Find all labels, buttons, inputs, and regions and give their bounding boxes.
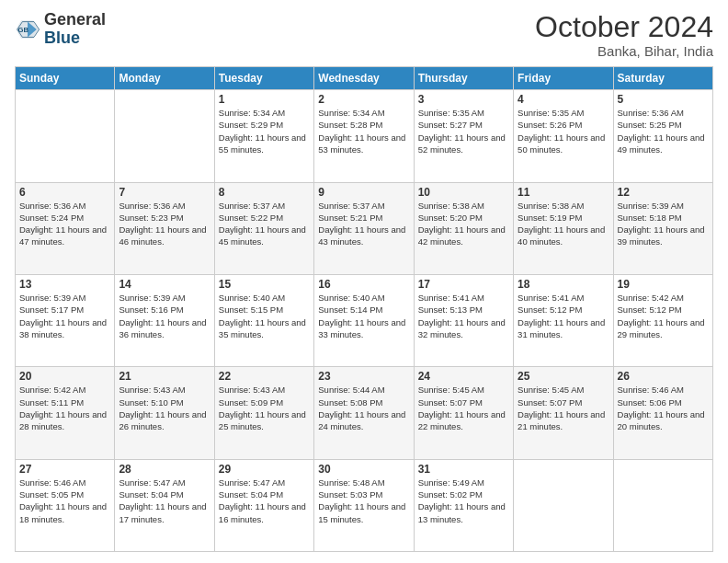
day-number: 1 [219, 93, 310, 106]
title-block: October 2024 Banka, Bihar, India [535, 11, 713, 59]
calendar-cell: 9Sunrise: 5:37 AMSunset: 5:21 PMDaylight… [314, 182, 414, 274]
calendar-cell: 29Sunrise: 5:47 AMSunset: 5:04 PMDayligh… [214, 459, 313, 551]
calendar-cell: 11Sunrise: 5:38 AMSunset: 5:19 PMDayligh… [514, 182, 613, 274]
day-number: 3 [418, 93, 509, 106]
calendar-cell: 19Sunrise: 5:42 AMSunset: 5:12 PMDayligh… [613, 274, 712, 366]
day-info: Sunrise: 5:39 AMSunset: 5:18 PMDaylight:… [618, 200, 709, 248]
day-info: Sunrise: 5:38 AMSunset: 5:19 PMDaylight:… [518, 200, 609, 248]
day-info: Sunrise: 5:44 AMSunset: 5:08 PMDaylight:… [318, 384, 409, 432]
weekday-header-row: Sunday Monday Tuesday Wednesday Thursday… [16, 67, 713, 90]
calendar-week-0: 1Sunrise: 5:34 AMSunset: 5:29 PMDaylight… [16, 90, 713, 182]
day-info: Sunrise: 5:43 AMSunset: 5:09 PMDaylight:… [219, 384, 310, 432]
day-info: Sunrise: 5:39 AMSunset: 5:17 PMDaylight:… [19, 292, 110, 340]
day-number: 15 [219, 278, 310, 291]
day-info: Sunrise: 5:38 AMSunset: 5:20 PMDaylight:… [418, 200, 509, 248]
logo: GB General Blue [15, 11, 106, 48]
day-info: Sunrise: 5:47 AMSunset: 5:04 PMDaylight:… [219, 477, 310, 525]
day-number: 17 [418, 278, 509, 291]
day-number: 11 [518, 186, 609, 199]
day-number: 10 [418, 186, 509, 199]
day-number: 4 [518, 93, 609, 106]
calendar-week-3: 20Sunrise: 5:42 AMSunset: 5:11 PMDayligh… [16, 367, 713, 459]
day-number: 16 [318, 278, 409, 291]
calendar-cell [514, 459, 613, 551]
day-number: 22 [219, 370, 310, 383]
header-friday: Friday [514, 67, 613, 90]
day-info: Sunrise: 5:35 AMSunset: 5:27 PMDaylight:… [418, 107, 509, 155]
calendar-cell: 12Sunrise: 5:39 AMSunset: 5:18 PMDayligh… [613, 182, 712, 274]
day-info: Sunrise: 5:45 AMSunset: 5:07 PMDaylight:… [418, 384, 509, 432]
day-info: Sunrise: 5:46 AMSunset: 5:06 PMDaylight:… [618, 384, 709, 432]
day-number: 28 [119, 463, 210, 476]
calendar-cell: 23Sunrise: 5:44 AMSunset: 5:08 PMDayligh… [314, 367, 414, 459]
day-number: 13 [19, 278, 110, 291]
calendar-cell: 28Sunrise: 5:47 AMSunset: 5:04 PMDayligh… [115, 459, 214, 551]
calendar-cell: 13Sunrise: 5:39 AMSunset: 5:17 PMDayligh… [16, 274, 115, 366]
day-info: Sunrise: 5:34 AMSunset: 5:29 PMDaylight:… [219, 107, 310, 155]
day-number: 19 [618, 278, 709, 291]
calendar-cell: 7Sunrise: 5:36 AMSunset: 5:23 PMDaylight… [115, 182, 214, 274]
calendar-cell: 31Sunrise: 5:49 AMSunset: 5:02 PMDayligh… [414, 459, 513, 551]
calendar-cell: 27Sunrise: 5:46 AMSunset: 5:05 PMDayligh… [16, 459, 115, 551]
logo-text: General Blue [44, 11, 106, 48]
day-number: 20 [19, 370, 110, 383]
month-title: October 2024 [535, 11, 713, 43]
calendar-cell: 5Sunrise: 5:36 AMSunset: 5:25 PMDaylight… [613, 90, 712, 182]
day-info: Sunrise: 5:47 AMSunset: 5:04 PMDaylight:… [119, 477, 210, 525]
day-info: Sunrise: 5:42 AMSunset: 5:11 PMDaylight:… [19, 384, 110, 432]
day-info: Sunrise: 5:37 AMSunset: 5:22 PMDaylight:… [219, 200, 310, 248]
day-info: Sunrise: 5:36 AMSunset: 5:23 PMDaylight:… [119, 200, 210, 248]
header-tuesday: Tuesday [214, 67, 313, 90]
calendar-cell: 17Sunrise: 5:41 AMSunset: 5:13 PMDayligh… [414, 274, 513, 366]
header-saturday: Saturday [613, 67, 712, 90]
day-info: Sunrise: 5:36 AMSunset: 5:24 PMDaylight:… [19, 200, 110, 248]
day-info: Sunrise: 5:40 AMSunset: 5:14 PMDaylight:… [318, 292, 409, 340]
calendar-cell: 15Sunrise: 5:40 AMSunset: 5:15 PMDayligh… [214, 274, 313, 366]
calendar-cell: 25Sunrise: 5:45 AMSunset: 5:07 PMDayligh… [514, 367, 613, 459]
day-info: Sunrise: 5:39 AMSunset: 5:16 PMDaylight:… [119, 292, 210, 340]
calendar-cell: 1Sunrise: 5:34 AMSunset: 5:29 PMDaylight… [214, 90, 313, 182]
calendar-cell: 3Sunrise: 5:35 AMSunset: 5:27 PMDaylight… [414, 90, 513, 182]
calendar-cell [115, 90, 214, 182]
calendar-table: Sunday Monday Tuesday Wednesday Thursday… [15, 66, 713, 552]
header: GB General Blue October 2024 Banka, Biha… [15, 11, 713, 59]
calendar-cell: 14Sunrise: 5:39 AMSunset: 5:16 PMDayligh… [115, 274, 214, 366]
day-info: Sunrise: 5:45 AMSunset: 5:07 PMDaylight:… [518, 384, 609, 432]
calendar-cell: 22Sunrise: 5:43 AMSunset: 5:09 PMDayligh… [214, 367, 313, 459]
day-number: 26 [618, 370, 709, 383]
day-info: Sunrise: 5:41 AMSunset: 5:12 PMDaylight:… [518, 292, 609, 340]
logo-icon: GB [15, 17, 40, 42]
calendar-cell: 18Sunrise: 5:41 AMSunset: 5:12 PMDayligh… [514, 274, 613, 366]
calendar-cell: 6Sunrise: 5:36 AMSunset: 5:24 PMDaylight… [16, 182, 115, 274]
day-number: 12 [618, 186, 709, 199]
svg-text:GB: GB [18, 26, 29, 34]
day-info: Sunrise: 5:34 AMSunset: 5:28 PMDaylight:… [318, 107, 409, 155]
calendar-cell: 20Sunrise: 5:42 AMSunset: 5:11 PMDayligh… [16, 367, 115, 459]
day-info: Sunrise: 5:46 AMSunset: 5:05 PMDaylight:… [19, 477, 110, 525]
day-number: 5 [618, 93, 709, 106]
calendar-cell: 2Sunrise: 5:34 AMSunset: 5:28 PMDaylight… [314, 90, 414, 182]
day-info: Sunrise: 5:43 AMSunset: 5:10 PMDaylight:… [119, 384, 210, 432]
day-info: Sunrise: 5:42 AMSunset: 5:12 PMDaylight:… [618, 292, 709, 340]
logo-blue: Blue [44, 29, 80, 47]
calendar-cell: 21Sunrise: 5:43 AMSunset: 5:10 PMDayligh… [115, 367, 214, 459]
day-number: 31 [418, 463, 509, 476]
logo-general: General [44, 10, 106, 29]
calendar-week-2: 13Sunrise: 5:39 AMSunset: 5:17 PMDayligh… [16, 274, 713, 366]
header-thursday: Thursday [414, 67, 513, 90]
calendar-cell: 30Sunrise: 5:48 AMSunset: 5:03 PMDayligh… [314, 459, 414, 551]
day-info: Sunrise: 5:36 AMSunset: 5:25 PMDaylight:… [618, 107, 709, 155]
calendar-cell: 10Sunrise: 5:38 AMSunset: 5:20 PMDayligh… [414, 182, 513, 274]
day-info: Sunrise: 5:40 AMSunset: 5:15 PMDaylight:… [219, 292, 310, 340]
calendar-cell: 26Sunrise: 5:46 AMSunset: 5:06 PMDayligh… [613, 367, 712, 459]
day-number: 8 [219, 186, 310, 199]
calendar-cell: 8Sunrise: 5:37 AMSunset: 5:22 PMDaylight… [214, 182, 313, 274]
day-info: Sunrise: 5:41 AMSunset: 5:13 PMDaylight:… [418, 292, 509, 340]
day-number: 21 [119, 370, 210, 383]
calendar-week-1: 6Sunrise: 5:36 AMSunset: 5:24 PMDaylight… [16, 182, 713, 274]
day-number: 29 [219, 463, 310, 476]
header-wednesday: Wednesday [314, 67, 414, 90]
day-number: 27 [19, 463, 110, 476]
calendar-cell [16, 90, 115, 182]
page: GB General Blue October 2024 Banka, Biha… [0, 0, 728, 563]
